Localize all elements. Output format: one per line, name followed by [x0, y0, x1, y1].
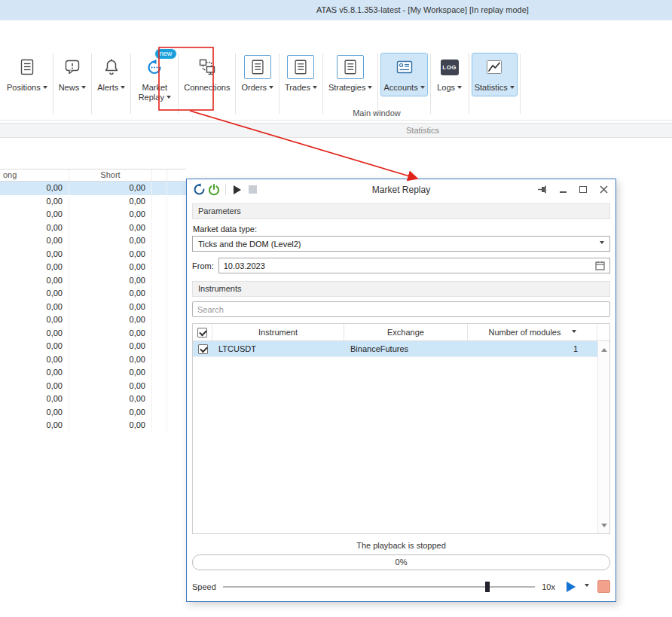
table-row[interactable]: 0,000,00 [0, 248, 186, 261]
ribbon-separator [322, 53, 323, 114]
column-spacer [152, 327, 167, 341]
dropdown-caret-icon [313, 86, 317, 91]
table-row[interactable]: 0,000,00 [0, 340, 186, 353]
play-replay-button[interactable] [567, 582, 576, 592]
column-spacer [152, 248, 167, 261]
ribbon-separator [430, 53, 431, 114]
table-row[interactable]: 0,000,00 [0, 313, 186, 327]
table-cell: 0,00 [0, 221, 69, 235]
instrument-row[interactable]: LTCUSDT BinanceFutures 1 [193, 341, 597, 357]
orders-button[interactable]: Orders [239, 53, 276, 96]
accounts-button[interactable]: Accounts [381, 53, 426, 96]
table-cell: 0,00 [0, 248, 69, 261]
instrument-column-header[interactable]: Instrument [212, 324, 344, 341]
table-row[interactable]: 0,000,00 [0, 274, 186, 288]
market-data-type-select[interactable]: Ticks and the DOM (Level2) [192, 236, 610, 252]
table-row[interactable]: 0,000,00 [0, 419, 186, 432]
dropdown-caret-icon [269, 86, 273, 91]
table-row[interactable]: 0,000,00 [0, 208, 186, 221]
column-spacer [152, 380, 167, 393]
exchange-column-header[interactable]: Exchange [344, 324, 468, 341]
power-icon[interactable] [206, 182, 221, 197]
column-spacer [152, 261, 167, 274]
select-all-checkbox[interactable] [197, 328, 207, 338]
table-cell: 0,00 [69, 392, 152, 406]
table-cell: 0,00 [0, 419, 69, 432]
table-row[interactable]: 0,000,00 [0, 261, 186, 274]
speed-slider[interactable] [223, 586, 535, 588]
strategies-document-icon [337, 55, 364, 79]
titlebar-separator [225, 184, 226, 195]
news-button[interactable]: News [57, 53, 89, 96]
slider-handle[interactable] [485, 582, 490, 592]
statistics-table: ong Short 0,000,000,000,000,000,000,000,… [0, 169, 186, 432]
window-titlebar[interactable]: ATAS v5.8.1.353-latest - [My Workspace] … [0, 0, 672, 20]
trades-button[interactable]: Trades [283, 53, 319, 96]
trades-label: Trades [285, 83, 310, 92]
table-cell: 0,00 [69, 248, 152, 261]
market-replay-button[interactable]: new Market Replay [134, 53, 175, 105]
maximize-icon[interactable] [576, 182, 591, 197]
table-row[interactable]: 0,000,00 [0, 366, 186, 380]
connections-button[interactable]: Connections [182, 53, 232, 96]
modules-column-header[interactable]: Number of modules [468, 324, 597, 341]
annotation-arrow [190, 111, 417, 179]
table-row[interactable]: 0,000,00 [0, 234, 186, 248]
scrollbar[interactable] [597, 342, 609, 533]
ribbon-separator [235, 53, 236, 114]
table-cell: 0,00 [0, 327, 69, 341]
table-cell: 0,00 [69, 313, 152, 327]
play-icon[interactable] [230, 182, 245, 197]
instruments-table-header: Instrument Exchange Number of modules [193, 324, 609, 341]
logs-icon: LOG [436, 55, 463, 79]
table-cell: 0,00 [69, 419, 152, 432]
search-input[interactable] [192, 301, 610, 317]
table-row[interactable]: 0,000,00 [0, 195, 186, 209]
table-cell: 0,00 [0, 234, 69, 248]
long-column-header[interactable]: ong [0, 170, 69, 181]
table-cell: 0,00 [69, 340, 152, 353]
minimize-icon[interactable] [555, 182, 570, 197]
column-spacer [152, 340, 167, 353]
table-row[interactable]: 0,000,00 [0, 301, 186, 314]
dropdown-caret-icon [457, 86, 462, 91]
table-cell: 0,00 [69, 221, 152, 235]
table-cell: 0,00 [0, 406, 69, 420]
short-column-header[interactable]: Short [69, 170, 152, 181]
table-row[interactable]: 0,000,00 [0, 287, 186, 301]
scroll-up-icon[interactable] [601, 345, 607, 352]
play-options-caret-icon[interactable] [585, 584, 589, 589]
ribbon-separator [377, 53, 378, 114]
column-spacer [152, 170, 167, 181]
dialog-titlebar[interactable]: Market Replay [187, 179, 615, 200]
table-row[interactable]: 0,000,00 [0, 182, 186, 195]
orders-label: Orders [241, 83, 267, 92]
pin-icon[interactable] [535, 182, 550, 197]
table-row[interactable]: 0,000,00 [0, 406, 186, 420]
column-spacer [152, 221, 167, 235]
positions-button[interactable]: Positions [5, 53, 50, 96]
from-date-input[interactable]: 10.03.2023 [218, 258, 610, 273]
calendar-icon[interactable] [595, 261, 605, 270]
table-row[interactable]: 0,000,00 [0, 353, 186, 367]
table-cell: 0,00 [0, 261, 69, 274]
ribbon-separator [178, 53, 179, 114]
statistics-button[interactable]: Statistics [472, 53, 517, 96]
dropdown-caret-icon [166, 96, 171, 101]
statistics-caption-text: Statistics [173, 124, 672, 137]
column-spacer [152, 366, 167, 380]
replay-mode-icon[interactable] [191, 182, 206, 197]
ribbon-separator [130, 53, 131, 114]
table-row[interactable]: 0,000,00 [0, 392, 186, 406]
table-row[interactable]: 0,000,00 [0, 221, 186, 235]
row-checkbox[interactable] [198, 344, 208, 354]
table-row[interactable]: 0,000,00 [0, 327, 186, 341]
logs-button[interactable]: LOG Logs [434, 53, 466, 96]
table-row[interactable]: 0,000,00 [0, 380, 186, 393]
alerts-button[interactable]: Alerts [95, 53, 127, 96]
stop-replay-button[interactable] [597, 580, 610, 593]
scroll-down-icon[interactable] [601, 524, 607, 530]
strategies-button[interactable]: Strategies [326, 53, 375, 96]
stop-icon[interactable] [245, 182, 260, 197]
close-icon[interactable] [596, 182, 611, 197]
